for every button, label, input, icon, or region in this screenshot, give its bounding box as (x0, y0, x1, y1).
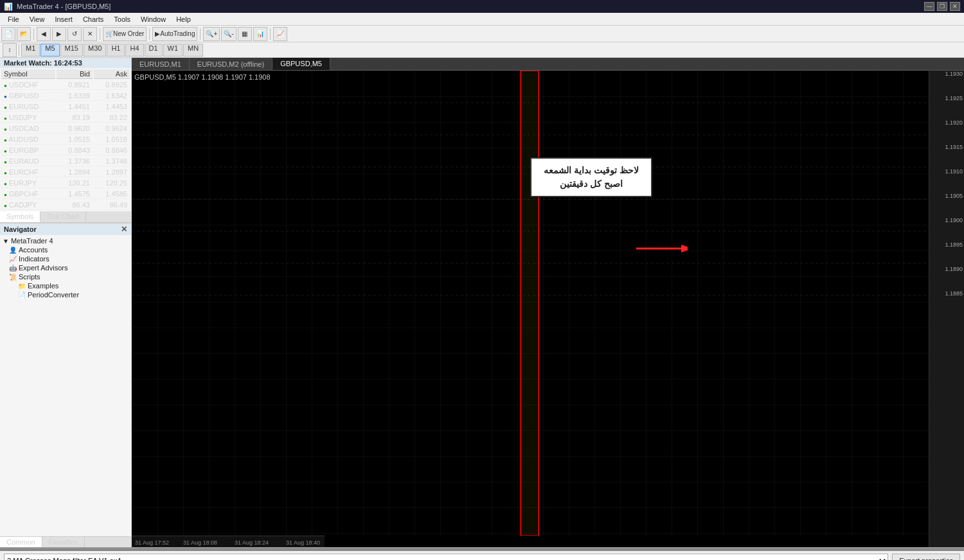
menu-help[interactable]: Help (171, 14, 196, 24)
toolbar-separator-1 (33, 28, 34, 40)
chart-tab-gbpusdm5[interactable]: GBPUSD,M5 (272, 58, 330, 70)
common-tab[interactable]: Common (0, 537, 42, 547)
chart-tab-bar: EURUSD,M1EURUSD,M2 (offline)GBPUSD,M5 (132, 58, 964, 71)
ea-dropdown[interactable]: 2 MA Crosses Mega filter EA V1.ex4 (4, 554, 888, 560)
period-mn[interactable]: MN (183, 44, 203, 57)
toolbar-separator-2 (100, 28, 100, 40)
period-d1[interactable]: D1 (145, 44, 163, 57)
common-tabs: Common Favorites (0, 536, 131, 547)
left-panel: Market Watch: 16:24:53 Symbol Bid Ask ● … (0, 58, 132, 547)
market-watch-row[interactable]: ● AUDUSD1.05151.0518 (1, 135, 130, 144)
market-watch-table: Symbol Bid Ask ● USDCHF0.89210.8925● GBP… (0, 68, 131, 211)
period-m30[interactable]: M30 (84, 44, 106, 57)
period-toolbar: ↕ M1 M5 M15 M30 H1 H4 D1 W1 MN (0, 42, 964, 58)
nav-item-expert-advisors[interactable]: 🤖Expert Advisors (0, 263, 131, 272)
tick-chart-tab[interactable]: Tick Chart (40, 211, 86, 222)
window-controls: — ❐ ✕ (924, 2, 960, 11)
period-m1[interactable]: M1 (21, 44, 40, 57)
annotation-line1: لاحظ توقيت بداية الشمعه (539, 164, 643, 177)
zoom-out-button[interactable]: 🔍- (221, 27, 236, 41)
svg-text:31 Aug 18:40: 31 Aug 18:40 (286, 539, 320, 546)
maximize-button[interactable]: ❐ (937, 2, 947, 11)
expert-properties-button[interactable]: Expert properties (892, 554, 960, 560)
main-area: Market Watch: 16:24:53 Symbol Bid Ask ● … (0, 58, 964, 547)
close-button[interactable]: ✕ (950, 2, 960, 11)
market-watch-row[interactable]: ● GBPCHF1.45751.4585 (1, 189, 130, 199)
bottom-panel: 2 MA Crosses Mega filter EA V1.ex4 Exper… (0, 547, 964, 560)
menu-bar: File View Insert Charts Tools Window Hel… (0, 13, 964, 26)
toolbar-separator-3 (149, 28, 150, 40)
chart-tab-eurusdm2offline[interactable]: EURUSD,M2 (offline) (190, 58, 272, 70)
symbols-tab[interactable]: Symbols (0, 211, 40, 222)
market-watch-header: Market Watch: 16:24:53 (0, 58, 131, 68)
period-h4[interactable]: H4 (125, 44, 143, 57)
period-w1[interactable]: W1 (163, 44, 183, 57)
svg-text:31 Aug 17:52: 31 Aug 17:52 (135, 539, 169, 546)
price-label-0: 1.1930 (945, 71, 963, 77)
svg-text:31 Aug 18:08: 31 Aug 18:08 (183, 539, 217, 546)
navigator-title: Navigator (4, 225, 37, 233)
price-label-5: 1.1905 (945, 193, 963, 199)
period-m5[interactable]: M5 (40, 44, 59, 57)
price-chart[interactable]: GBPUSD,M5 1.1907 1.1908 1.1907 1.1908 (132, 71, 964, 547)
market-watch-row[interactable]: ● EURJPY120.21120.25 (1, 179, 130, 188)
menu-insert[interactable]: Insert (49, 14, 78, 24)
market-watch-row[interactable]: ● USDCAD0.96200.9624 (1, 124, 130, 134)
autotrading-button[interactable]: ▶ AutoTrading (152, 27, 197, 41)
nav-item-periodconverter[interactable]: 📄PeriodConverter (0, 290, 131, 299)
chart-tab-eurusdm1[interactable]: EURUSD,M1 (132, 58, 190, 70)
price-label-4: 1.1910 (945, 168, 963, 175)
arrow-svg (636, 236, 688, 261)
cursor-button[interactable]: ↕ (3, 43, 17, 57)
market-watch-row[interactable]: ● EURAUD1.37361.3748 (1, 157, 130, 166)
minimize-button[interactable]: — (924, 2, 934, 11)
zoom-in-button[interactable]: 🔍+ (203, 27, 220, 41)
price-axis: 1.19301.19251.19201.19151.19101.19051.19… (929, 71, 964, 547)
market-watch-row[interactable]: ● EURCHF1.28941.2897 (1, 168, 130, 177)
open-file-button[interactable]: 📂 (17, 27, 31, 41)
chart-svg (132, 71, 929, 536)
new-order-button[interactable]: 🛒 New Order (103, 27, 147, 41)
market-watch-row[interactable]: ● USDCHF0.89210.8925 (1, 80, 130, 90)
annotation-line2: اصبح كل دقيقتين (539, 177, 643, 191)
back-button[interactable]: ◀ (37, 27, 51, 41)
price-label-6: 1.1900 (945, 217, 963, 223)
period-h1[interactable]: H1 (107, 44, 125, 57)
menu-window[interactable]: Window (136, 14, 171, 24)
nav-item-indicators[interactable]: 📈Indicators (0, 254, 131, 263)
navigator-header: Navigator ✕ (0, 223, 131, 235)
refresh-button[interactable]: ↺ (67, 27, 82, 41)
market-watch-row[interactable]: ● EURGBP0.88430.8846 (1, 146, 130, 155)
symbol-tabs: Symbols Tick Chart (0, 211, 131, 223)
forward-button[interactable]: ▶ (52, 27, 66, 41)
time-axis: 31 Aug 17:52 31 Aug 18:08 31 Aug 18:24 3… (132, 536, 325, 547)
nav-item-accounts[interactable]: 👤Accounts (0, 245, 131, 254)
chart-type-button[interactable]: ▦ (238, 27, 252, 41)
svg-text:31 Aug 18:24: 31 Aug 18:24 (235, 539, 269, 546)
title-bar-text: MetaTrader 4 - [GBPUSD,M5] (17, 3, 111, 10)
favorites-tab[interactable]: Favorites (42, 537, 85, 547)
menu-file[interactable]: File (3, 14, 24, 24)
market-watch-row[interactable]: ● EURUSD1.44511.4453 (1, 102, 130, 112)
navigator-close-button[interactable]: ✕ (121, 225, 127, 234)
menu-tools[interactable]: Tools (109, 14, 136, 24)
price-label-7: 1.1895 (945, 241, 963, 248)
period-sep (19, 44, 19, 56)
nav-item-examples[interactable]: 📁Examples (0, 281, 131, 290)
menu-view[interactable]: View (24, 14, 50, 24)
period-m15[interactable]: M15 (60, 44, 83, 57)
menu-charts[interactable]: Charts (78, 14, 109, 24)
col-symbol: Symbol (1, 69, 55, 79)
nav-item-metatrader-4[interactable]: ▼MetaTrader 4 (0, 236, 131, 245)
market-watch-row[interactable]: ● CADJPY86.4386.49 (1, 200, 130, 210)
annotation-box: لاحظ توقيت بداية الشمعه اصبح كل دقيقتين (530, 157, 652, 197)
nav-item-scripts[interactable]: 📜Scripts (0, 272, 131, 281)
indicator-button[interactable]: 📈 (273, 27, 287, 41)
market-watch-row[interactable]: ● GBPUSD1.63391.6342 (1, 91, 130, 101)
toolbar-separator-5 (270, 28, 271, 40)
market-watch-row[interactable]: ● USDJPY83.1983.22 (1, 113, 130, 123)
new-file-button[interactable]: 📄 (1, 27, 15, 41)
market-watch: Market Watch: 16:24:53 Symbol Bid Ask ● … (0, 58, 131, 223)
chart-bar-button[interactable]: 📊 (253, 27, 267, 41)
stop-button[interactable]: ✕ (83, 27, 97, 41)
